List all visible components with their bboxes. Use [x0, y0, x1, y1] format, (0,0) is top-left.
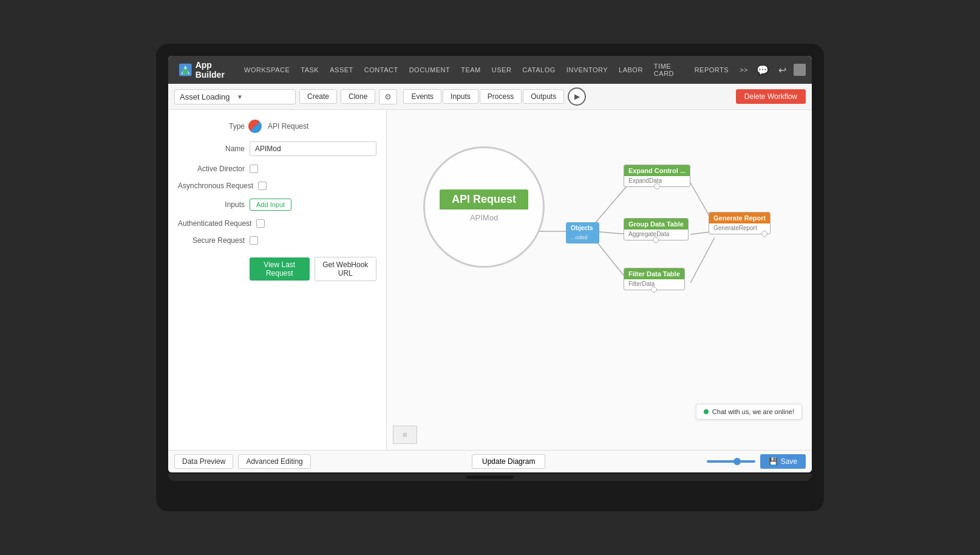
magnified-sub: APIMod: [440, 211, 528, 225]
name-input[interactable]: [250, 141, 376, 156]
get-webhook-button[interactable]: Get WebHook URL: [315, 257, 376, 281]
group-data-node[interactable]: Group Data Table AggregateData: [624, 218, 689, 240]
nav-task[interactable]: TASK: [296, 63, 324, 77]
name-field-row: Name: [178, 141, 376, 156]
nav-timecard[interactable]: TIME CARD: [649, 59, 689, 81]
objects-node[interactable]: Objects ...oded: [566, 222, 599, 243]
back-icon[interactable]: ↩: [776, 62, 789, 78]
tab-events[interactable]: Events: [403, 89, 441, 104]
tab-outputs[interactable]: Outputs: [523, 89, 564, 104]
workflow-canvas[interactable]: API Request APIMod Objects ...oded Expan…: [387, 110, 812, 450]
active-director-label: Active Director: [178, 165, 245, 173]
view-last-request-button[interactable]: View Last Request: [250, 257, 310, 281]
nav-catalog[interactable]: CATALOG: [517, 63, 560, 77]
auth-row: Authenticated Request: [178, 219, 376, 228]
svg-line-9: [690, 237, 715, 283]
dropdown-arrow-icon: ▼: [237, 94, 290, 100]
zoom-thumb[interactable]: [733, 458, 741, 465]
nav-contact[interactable]: CONTACT: [359, 63, 403, 77]
workflow-toolbar: Asset Loading ▼ Create Clone ⚙ Events In…: [168, 84, 812, 110]
expand-control-node[interactable]: Expand Control ... ExpandData: [624, 165, 690, 187]
magnified-api-node: API Request APIMod: [440, 189, 528, 225]
secure-checkbox[interactable]: [250, 236, 258, 245]
nav-asset[interactable]: ASSET: [325, 63, 358, 77]
chat-widget[interactable]: Chat with us, we are online!: [696, 404, 802, 420]
group-connector: [653, 237, 659, 243]
active-director-checkbox[interactable]: [250, 165, 258, 173]
async-label: Asynchronous Request: [178, 182, 253, 190]
expand-connector: [654, 183, 660, 189]
nav-right-icons: 💬 ↩: [754, 62, 806, 78]
bottom-bar: Data Preview Advanced Editing Update Dia…: [168, 450, 812, 472]
type-field-row: Type API Request: [178, 120, 376, 133]
app-title: App Builder: [196, 60, 231, 80]
group-node-header: Group Data Table: [624, 219, 688, 230]
save-button[interactable]: 💾 Save: [760, 454, 806, 469]
expand-node-header: Expand Control ...: [624, 165, 690, 176]
magnified-title: API Request: [440, 189, 528, 209]
inputs-label: Inputs: [178, 200, 245, 209]
center-area: Update Diagram: [316, 454, 702, 469]
type-value: API Request: [268, 122, 308, 131]
zoom-slider[interactable]: [707, 460, 755, 463]
clone-button[interactable]: Clone: [341, 89, 375, 104]
add-input-button[interactable]: Add Input: [250, 199, 291, 211]
nav-document[interactable]: DOCUMENT: [404, 63, 455, 77]
create-button[interactable]: Create: [299, 89, 337, 104]
secure-row: Secure Request: [178, 236, 376, 245]
objects-node-sub: ...oded: [567, 233, 599, 243]
generate-node-sub: GenerateReport: [709, 223, 770, 234]
nav-reports[interactable]: REPORTS: [690, 63, 733, 77]
svg-rect-2: [183, 69, 188, 75]
delete-workflow-button[interactable]: Delete Workflow: [736, 89, 806, 104]
workflow-select[interactable]: Asset Loading ▼: [174, 89, 296, 104]
nav-team[interactable]: TEAM: [456, 63, 486, 77]
nav-inventory[interactable]: INVENTORY: [562, 63, 613, 77]
active-director-row: Active Director: [178, 165, 376, 173]
action-buttons-row: View Last Request Get WebHook URL: [178, 257, 376, 281]
data-preview-button[interactable]: Data Preview: [174, 454, 233, 469]
app-logo[interactable]: App Builder: [174, 60, 236, 80]
nav-more[interactable]: >>: [735, 63, 753, 77]
workflow-tabs: Events Inputs Process Outputs: [403, 89, 564, 104]
minimap[interactable]: ⊞: [393, 426, 417, 444]
auth-checkbox[interactable]: [256, 219, 265, 228]
inputs-row: Inputs Add Input: [178, 199, 376, 211]
left-panel: Type API Request Name Active Director As…: [168, 110, 387, 450]
play-button[interactable]: ▶: [568, 87, 586, 106]
workflow-select-label: Asset Loading: [180, 92, 233, 101]
async-row: Asynchronous Request: [178, 182, 376, 190]
auth-label: Authenticated Request: [178, 219, 251, 228]
generate-report-node[interactable]: Generate Report GenerateReport: [709, 212, 771, 234]
secure-label: Secure Request: [178, 236, 245, 245]
chat-icon[interactable]: 💬: [754, 62, 771, 78]
zoom-control[interactable]: [707, 460, 755, 463]
nav-labor[interactable]: LABOR: [614, 63, 648, 77]
async-checkbox[interactable]: [258, 182, 267, 190]
type-label: Type: [178, 122, 245, 131]
objects-node-header: Objects: [567, 223, 599, 233]
save-icon: 💾: [769, 457, 778, 466]
filter-data-node[interactable]: Filter Data Table FilterData: [624, 268, 685, 290]
magnify-circle: API Request APIMod: [423, 146, 545, 268]
type-icon: [248, 120, 262, 133]
nav-workspace[interactable]: WORKSPACE: [239, 63, 294, 77]
generate-node-header: Generate Report: [709, 213, 770, 223]
save-label: Save: [781, 457, 797, 466]
advanced-editing-button[interactable]: Advanced Editing: [238, 454, 310, 469]
tab-inputs[interactable]: Inputs: [443, 89, 478, 104]
settings-button[interactable]: ⚙: [379, 89, 397, 104]
generate-connector: [761, 231, 767, 237]
update-diagram-button[interactable]: Update Diagram: [472, 454, 545, 469]
name-label: Name: [178, 145, 245, 153]
top-navigation: App Builder WORKSPACE TASK ASSET CONTACT…: [168, 56, 812, 84]
nav-user[interactable]: USER: [487, 63, 517, 77]
chat-text: Chat with us, we are online!: [712, 408, 794, 415]
filter-node-header: Filter Data Table: [624, 268, 684, 279]
tab-process[interactable]: Process: [480, 89, 522, 104]
main-content: Type API Request Name Active Director As…: [168, 110, 812, 450]
user-avatar[interactable]: [794, 64, 806, 76]
filter-connector: [651, 287, 657, 293]
online-status-dot: [704, 409, 709, 414]
app-logo-icon: [179, 61, 192, 78]
